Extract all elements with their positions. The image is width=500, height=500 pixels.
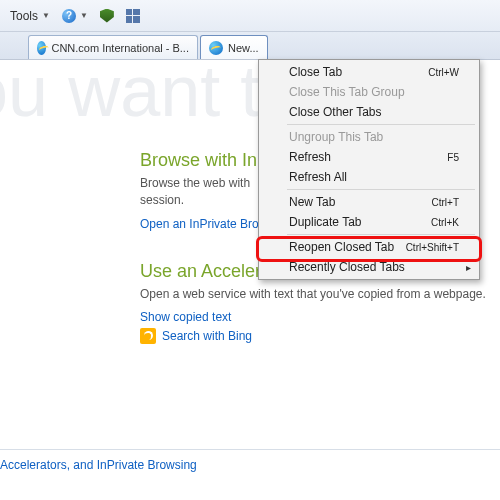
footer: Accelerators, and InPrivate Browsing — [0, 449, 500, 472]
chevron-down-icon: ▼ — [80, 11, 88, 20]
ie-favicon-icon — [37, 41, 46, 55]
show-copied-text-link[interactable]: Show copied text — [140, 310, 231, 324]
tools-menu[interactable]: Tools ▼ — [6, 7, 54, 25]
ctx-close-tab-group: Close This Tab Group — [261, 82, 477, 102]
safety-button[interactable] — [96, 7, 118, 25]
separator — [287, 124, 475, 125]
bing-icon — [140, 328, 156, 344]
tab-cnn[interactable]: CNN.com International - B... — [28, 35, 198, 59]
link-label: Search with Bing — [162, 329, 252, 343]
tab-context-menu: Close Tab Ctrl+W Close This Tab Group Cl… — [258, 59, 480, 280]
hero-text: Do you want to — [0, 50, 300, 132]
help-icon: ? — [62, 9, 76, 23]
tab-label: CNN.com International - B... — [51, 42, 189, 54]
separator — [287, 234, 475, 235]
tools-label: Tools — [10, 9, 38, 23]
ctx-ungroup-tab: Ungroup This Tab — [261, 127, 477, 147]
command-bar: Tools ▼ ? ▼ — [0, 0, 500, 32]
footer-link[interactable]: Accelerators, and InPrivate Browsing — [0, 458, 197, 472]
ctx-close-other-tabs[interactable]: Close Other Tabs — [261, 102, 477, 122]
ie-favicon-icon — [209, 41, 223, 55]
ctx-recently-closed-tabs[interactable]: Recently Closed Tabs — [261, 257, 477, 277]
grid-button[interactable] — [122, 7, 144, 25]
help-button[interactable]: ? ▼ — [58, 7, 92, 25]
shield-icon — [100, 9, 114, 23]
ctx-refresh-all[interactable]: Refresh All — [261, 167, 477, 187]
ctx-new-tab[interactable]: New Tab Ctrl+T — [261, 192, 477, 212]
tab-strip: CNN.com International - B... New... — [0, 32, 500, 60]
chevron-down-icon: ▼ — [42, 11, 50, 20]
tab-newtab[interactable]: New... — [200, 35, 268, 59]
ctx-close-tab[interactable]: Close Tab Ctrl+W — [261, 62, 477, 82]
separator — [287, 189, 475, 190]
search-with-bing-link[interactable]: Search with Bing — [140, 328, 252, 344]
open-inprivate-link[interactable]: Open an InPrivate Bro — [140, 217, 259, 231]
ctx-duplicate-tab[interactable]: Duplicate Tab Ctrl+K — [261, 212, 477, 232]
section-desc: Open a web service with text that you've… — [140, 286, 500, 303]
tab-label: New... — [228, 42, 259, 54]
ctx-reopen-closed-tab[interactable]: Reopen Closed Tab Ctrl+Shift+T — [261, 237, 477, 257]
ctx-refresh[interactable]: Refresh F5 — [261, 147, 477, 167]
grid-icon — [126, 9, 140, 23]
